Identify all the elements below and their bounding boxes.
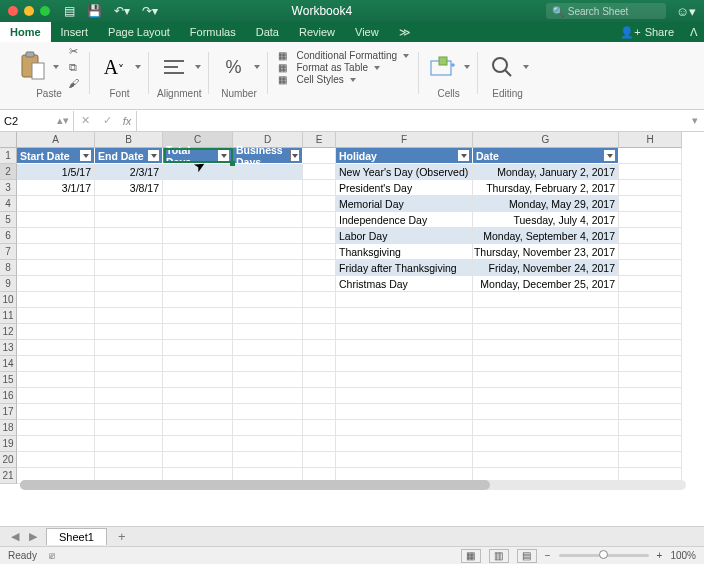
cell-A14[interactable] (17, 356, 95, 372)
copy-icon[interactable]: ⧉ (64, 60, 82, 74)
row-header-17[interactable]: 17 (0, 404, 17, 420)
table2-header-date[interactable]: Date (473, 148, 619, 164)
cell[interactable] (619, 148, 682, 164)
close-window-button[interactable] (8, 6, 18, 16)
cell-B7[interactable] (95, 244, 163, 260)
cell-F5[interactable]: Independence Day (336, 212, 473, 228)
font-dropdown-icon[interactable] (135, 65, 141, 69)
table1-header-start-date[interactable]: Start Date (17, 148, 95, 164)
cell-B8[interactable] (95, 260, 163, 276)
formula-input[interactable] (137, 111, 686, 131)
number-button[interactable]: % (217, 49, 249, 85)
select-all-button[interactable] (0, 132, 17, 148)
sheet-tab[interactable]: Sheet1 (46, 528, 107, 545)
paste-button[interactable] (16, 49, 48, 85)
user-icon[interactable]: ☺▾ (676, 4, 696, 19)
page-layout-view-button[interactable]: ▥ (489, 549, 509, 563)
tab-page-layout[interactable]: Page Layout (98, 22, 180, 42)
cell-F14[interactable] (336, 356, 473, 372)
cell-D13[interactable] (233, 340, 303, 356)
cell-F18[interactable] (336, 420, 473, 436)
cell-B17[interactable] (95, 404, 163, 420)
cell-G4[interactable]: Monday, May 29, 2017 (473, 196, 619, 212)
cell-B14[interactable] (95, 356, 163, 372)
cell-F9[interactable]: Christmas Day (336, 276, 473, 292)
col-header-H[interactable]: H (619, 132, 682, 148)
tab-view[interactable]: View (345, 22, 389, 42)
font-button[interactable]: A˅ (98, 49, 130, 85)
cell-B5[interactable] (95, 212, 163, 228)
cell-D10[interactable] (233, 292, 303, 308)
cell-H18[interactable] (619, 420, 682, 436)
cell-A2[interactable]: 1/5/17 (17, 164, 95, 180)
cell-D7[interactable] (233, 244, 303, 260)
redo-icon[interactable]: ↷▾ (142, 4, 158, 18)
cell-F13[interactable] (336, 340, 473, 356)
cell-F15[interactable] (336, 372, 473, 388)
row-header-8[interactable]: 8 (0, 260, 17, 276)
formula-expand-button[interactable]: ▾ (686, 114, 704, 127)
cell-E4[interactable] (303, 196, 336, 212)
row-header-13[interactable]: 13 (0, 340, 17, 356)
cell-E14[interactable] (303, 356, 336, 372)
cell-B16[interactable] (95, 388, 163, 404)
row-header-20[interactable]: 20 (0, 452, 17, 468)
cell-E2[interactable] (303, 164, 336, 180)
macro-record-icon[interactable]: ⎚ (49, 550, 55, 561)
cell-C4[interactable] (163, 196, 233, 212)
search-sheet-input[interactable]: 🔍 Search Sheet (546, 3, 666, 19)
conditional-formatting-button[interactable]: ▦Conditional Formatting (274, 50, 413, 61)
cell-G9[interactable]: Monday, December 25, 2017 (473, 276, 619, 292)
filter-dropdown-button[interactable] (147, 149, 160, 162)
cell-G5[interactable]: Tuesday, July 4, 2017 (473, 212, 619, 228)
cell-A9[interactable] (17, 276, 95, 292)
cell-C19[interactable] (163, 436, 233, 452)
cell-H2[interactable] (619, 164, 682, 180)
cell-D15[interactable] (233, 372, 303, 388)
table2-header-holiday[interactable]: Holiday (336, 148, 473, 164)
col-header-G[interactable]: G (473, 132, 619, 148)
row-header-14[interactable]: 14 (0, 356, 17, 372)
cell-A20[interactable] (17, 452, 95, 468)
cell-B10[interactable] (95, 292, 163, 308)
cell-C14[interactable] (163, 356, 233, 372)
cell-D8[interactable] (233, 260, 303, 276)
cell-D5[interactable] (233, 212, 303, 228)
alignment-dropdown-icon[interactable] (195, 65, 201, 69)
cell-A3[interactable]: 3/1/17 (17, 180, 95, 196)
row-header-12[interactable]: 12 (0, 324, 17, 340)
cell-B6[interactable] (95, 228, 163, 244)
cell-F2[interactable]: New Year's Day (Observed) (336, 164, 473, 180)
cell-H11[interactable] (619, 308, 682, 324)
cell-C11[interactable] (163, 308, 233, 324)
cell-C3[interactable] (163, 180, 233, 196)
cell-B19[interactable] (95, 436, 163, 452)
cell-A15[interactable] (17, 372, 95, 388)
tab-formulas[interactable]: Formulas (180, 22, 246, 42)
format-as-table-button[interactable]: ▦Format as Table (274, 62, 413, 73)
cell-G12[interactable] (473, 324, 619, 340)
scrollbar-thumb[interactable] (20, 480, 490, 490)
filter-dropdown-button[interactable] (79, 149, 92, 162)
cell-G16[interactable] (473, 388, 619, 404)
zoom-in-button[interactable]: + (657, 550, 663, 561)
cell-D16[interactable] (233, 388, 303, 404)
cell-C2[interactable] (163, 164, 233, 180)
cell-C6[interactable] (163, 228, 233, 244)
col-header-E[interactable]: E (303, 132, 336, 148)
normal-view-button[interactable]: ▦ (461, 549, 481, 563)
cell-H5[interactable] (619, 212, 682, 228)
row-header-10[interactable]: 10 (0, 292, 17, 308)
col-header-A[interactable]: A (17, 132, 95, 148)
zoom-out-button[interactable]: − (545, 550, 551, 561)
cell-H3[interactable] (619, 180, 682, 196)
cell-G7[interactable]: Thursday, November 23, 2017 (473, 244, 619, 260)
row-header-6[interactable]: 6 (0, 228, 17, 244)
accept-formula-button[interactable]: ✓ (96, 111, 118, 131)
tab-review[interactable]: Review (289, 22, 345, 42)
cell-E17[interactable] (303, 404, 336, 420)
add-sheet-button[interactable]: + (113, 529, 131, 544)
ribbon-toggle-button[interactable]: ᐱ (684, 22, 704, 42)
cell-D19[interactable] (233, 436, 303, 452)
row-header-4[interactable]: 4 (0, 196, 17, 212)
